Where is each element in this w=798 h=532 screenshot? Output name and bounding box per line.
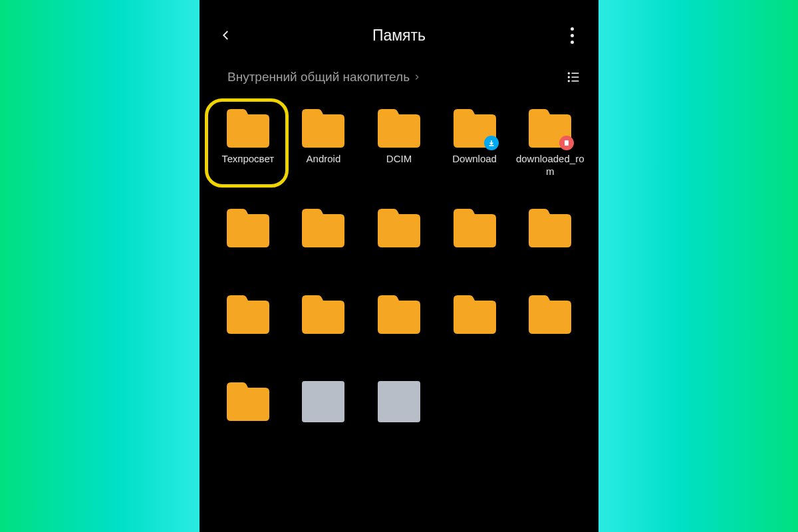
folder-dcim[interactable]: DCIM [361,108,437,178]
folder-label: DCIM [386,153,412,166]
folder-blurred: x [210,294,286,352]
svg-point-2 [569,76,570,78]
app-header: Память [200,12,598,59]
more-vertical-icon [571,27,574,44]
folder-label: downloaded_rom [515,153,585,178]
phone-screen: Память Внутренний общий накопитель Техпр… [200,0,598,532]
folder-blurred: x [286,207,362,265]
folder-label: Download [452,153,497,166]
folder-blurred: x [512,294,588,352]
download-badge-icon [484,136,499,150]
folder-blurred: x [437,294,513,352]
folder-blurred: x [361,207,437,265]
folder-label: Android [307,153,341,166]
file-blurred: x [286,381,362,439]
breadcrumb-row: Внутренний общий накопитель [200,59,598,96]
status-bar [200,0,598,12]
file-blurred: x [361,381,437,439]
folder-blurred: x [512,207,588,265]
folder-icon [299,108,347,149]
folder-downloaded-rom[interactable]: downloaded_rom [512,108,588,178]
folder-download[interactable]: Download [437,108,513,178]
svg-point-4 [569,80,570,82]
list-view-icon [566,70,581,84]
back-button[interactable] [213,22,239,49]
folder-icon [375,108,423,149]
svg-point-0 [569,72,570,74]
folder-blurred: x [210,207,286,265]
folder-blurred: x [437,207,513,265]
folder-android[interactable]: Android [286,108,362,178]
folder-blurred: x [286,294,362,352]
view-toggle-button[interactable] [561,65,585,89]
more-button[interactable] [559,22,585,49]
folder-icon [451,108,499,149]
folder-icon [526,108,574,149]
folder-grid: Техпросвет Android DCIM Download [200,96,598,439]
breadcrumb-label: Внутренний общий накопитель [227,70,410,84]
chevron-left-icon [220,29,232,41]
folder-blurred: x [361,294,437,352]
svg-rect-6 [565,140,569,146]
breadcrumb[interactable]: Внутренний общий накопитель [227,70,420,84]
folder-tekhprosvet[interactable]: Техпросвет [210,108,286,178]
chevron-right-icon [414,74,420,80]
folder-blurred: x [210,381,286,439]
folder-label: Техпросвет [221,153,274,166]
folder-icon [224,108,272,149]
page-title: Память [239,27,559,45]
